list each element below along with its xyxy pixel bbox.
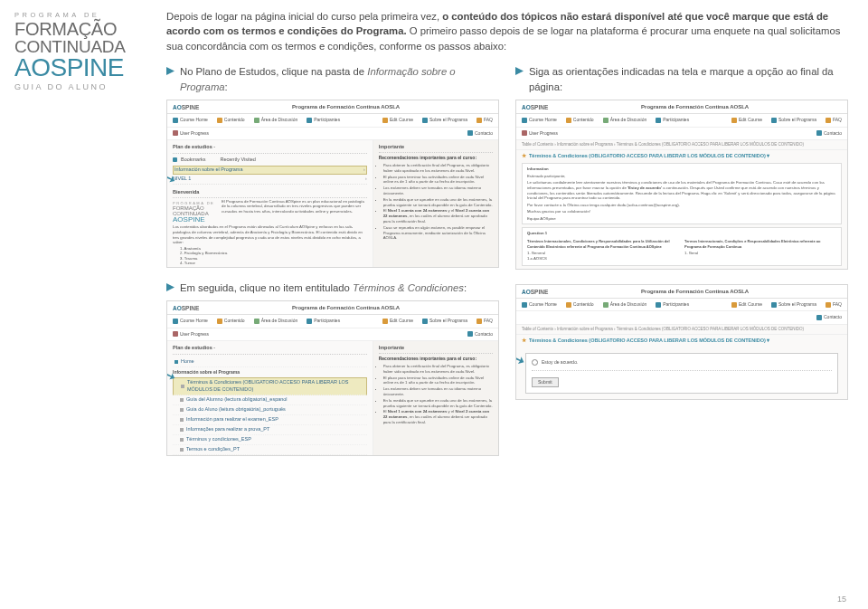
svg-marker-0 [166,67,175,75]
tc-item[interactable]: Términos & Condiciones (OBLIGATORIO ACCE… [173,377,367,395]
info-programa-item[interactable]: Información sobre el Programa› [173,166,367,175]
screenshot-2: AOSPINE Programa de Formación Continua A… [515,100,848,270]
agree-label: Estoy de acuerdo. [542,359,578,366]
bullet-icon [515,67,524,75]
shot-title: Programa de Formación Continua AOSLA [199,103,493,111]
col-right-2: AOSPINE Programa de Formación Continua A… [515,281,848,456]
screenshot-1: AOSPINE Programa de Formación Continua A… [166,100,499,268]
screenshot-3: AOSPINE Programa de Formación Continua A… [166,300,499,456]
guia-line: GUIA DO ALUNO [14,82,150,91]
bullet-icon [166,283,175,291]
bullet-text-2: Siga as orientações indicadas na tela e … [529,64,848,94]
aospine-line: AOSPINE [14,55,150,81]
col-left-1: No Plano de Estudos, clique na pasta de … [166,64,499,269]
col-right-1: Siga as orientações indicadas na tela e … [515,64,848,269]
bullet-text-3: Em seguida, clique no item entitulado Té… [180,281,467,295]
breadcrumb: Table of Contents › Información sobre el… [516,140,847,151]
bullet-icon [166,67,175,75]
tc-heading: ★Términos & Condiciones (OBLIGATORIO ACC… [522,153,842,160]
agree-radio[interactable] [532,359,538,366]
svg-marker-1 [515,67,524,75]
bullet-text-1: No Plano de Estudos, clique na pasta de … [180,64,499,94]
page-number: 15 [837,595,846,604]
submit-button[interactable]: Submit [532,377,559,387]
sidebar-logo-block: PROGRAMA DE FORMAÇÃO CONTINUADA AOSPINE … [14,9,150,456]
arrow-icon: ➘ [515,348,528,371]
formacao-line: FORMAÇÃO [14,20,150,38]
info-heading: Información sobre el Programa [173,369,367,376]
col-left-2: Em seguida, clique no item entitulado Té… [166,281,499,456]
screenshot-4: AOSPINE Programa de Formación Continua A… [515,284,848,401]
programa-line: PROGRAMA DE [14,11,150,19]
bienvenida-title: Bienvenida [173,189,367,198]
importante-title: Importante [379,144,493,153]
main-content: Depois de logar na página inicial do cur… [166,9,848,456]
svg-marker-2 [166,283,175,291]
plan-title: Plan de estudios - [173,144,367,154]
shot-logo: AOSPINE [173,103,199,111]
intro-paragraph: Depois de logar na página inicial do cur… [166,9,848,53]
agree-box: Estoy de acuerdo. Submit ➘ [525,353,838,395]
intro-t1: Depois de logar na página inicial do cur… [166,11,442,22]
nivel1-item[interactable]: NIVEL 1› [173,175,367,185]
shot-nav: Course Home Contenido Área de Discusión … [167,114,498,127]
